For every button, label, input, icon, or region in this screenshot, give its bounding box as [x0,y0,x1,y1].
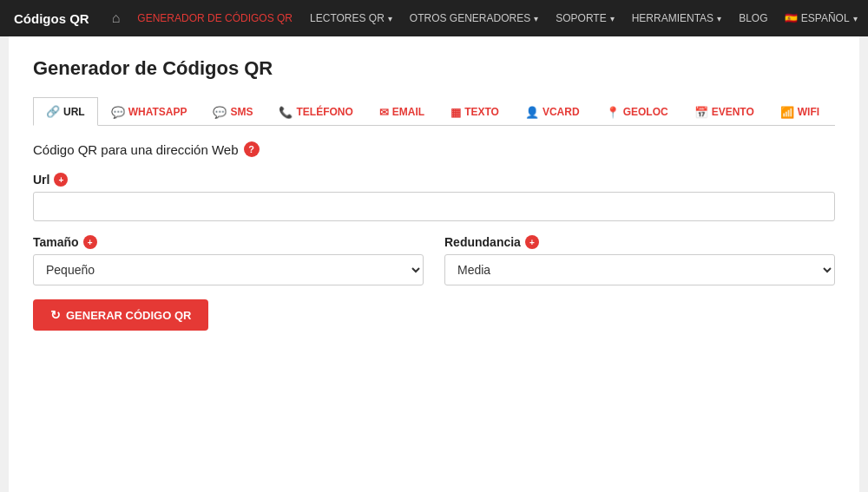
tab-email-label: EMAIL [392,106,424,118]
url-field-group: Url + [33,173,835,221]
generate-button-label: GENERAR CÓDIGO QR [66,309,191,322]
soporte-arrow-icon: ▾ [610,14,615,23]
email-tab-icon: ✉ [379,106,389,119]
tamano-label: Tamaño + [33,235,424,249]
url-label: Url + [33,173,835,187]
generate-button[interactable]: ↻ GENERAR CÓDIGO QR [33,299,208,331]
tab-geoloc-label: GEOLOC [623,106,668,118]
others-arrow-icon: ▾ [534,14,538,23]
texto-tab-icon: ▦ [450,106,461,119]
vcard-tab-icon: 👤 [525,106,539,119]
redundancia-label: Redundancia + [444,235,835,249]
redundancia-col: Redundancia + Baja Media Alta Extra Alta [444,235,835,285]
readers-arrow-icon: ▾ [388,14,392,23]
url-tab-icon: 🔗 [46,105,60,118]
tab-url[interactable]: 🔗 URL [33,97,98,126]
nav-item-soporte-label: SOPORTE [556,12,606,24]
redundancia-required-icon: + [525,235,539,249]
generate-icon: ↻ [50,308,61,322]
main-content: Generador de Códigos QR 🔗 URL 💬 WHATSAPP… [9,36,859,492]
tamano-select[interactable]: Pequeño Mediano Grande Extra Grande [33,254,424,285]
nav-item-generator-label: GENERADOR DE CÓDIGOS QR [137,12,293,24]
tab-email[interactable]: ✉ EMAIL [366,97,437,126]
nav-item-blog[interactable]: BLOG [730,0,776,36]
nav-item-blog-label: BLOG [739,12,767,24]
tab-geoloc[interactable]: 📍 GEOLOC [593,97,681,126]
nav-item-others[interactable]: OTROS GENERADORES ▾ [401,0,547,36]
telefono-tab-icon: 📞 [279,106,293,119]
tab-sms-label: SMS [230,106,253,118]
section-title-text: Código QR para una dirección Web [33,142,239,157]
tab-evento[interactable]: 📅 EVENTO [681,97,767,126]
tamano-col: Tamaño + Pequeño Mediano Grande Extra Gr… [33,235,424,285]
section-help-icon[interactable]: ? [244,141,260,157]
herramientas-arrow-icon: ▾ [717,14,721,23]
nav-flag-icon: 🇪🇸 ESPAÑOL [785,12,849,24]
tab-telefono-label: TELÉFONO [296,106,352,118]
nav-item-lang[interactable]: 🇪🇸 ESPAÑOL ▾ [776,0,865,36]
tabs-container: 🔗 URL 💬 WHATSAPP 💬 SMS 📞 TELÉFONO ✉ EMAI… [33,97,835,126]
tab-url-label: URL [63,106,85,118]
navbar: Códigos QR ⌂ GENERADOR DE CÓDIGOS QR LEC… [0,0,868,36]
nav-item-readers[interactable]: LECTORES QR ▾ [301,0,401,36]
nav-item-soporte[interactable]: SOPORTE ▾ [547,0,622,36]
section-title-container: Código QR para una dirección Web ? [33,141,835,157]
nav-item-generator[interactable]: GENERADOR DE CÓDIGOS QR [128,0,301,36]
tab-whatsapp-label: WHATSAPP [128,106,187,118]
tab-telefono[interactable]: 📞 TELÉFONO [266,97,365,126]
redundancia-label-text: Redundancia [444,235,521,249]
nav-item-herramientas[interactable]: HERRAMIENTAS ▾ [623,0,730,36]
site-brand: Códigos QR [14,11,89,26]
page-title: Generador de Códigos QR [33,57,835,80]
tab-texto[interactable]: ▦ TEXTO [437,97,512,126]
options-row: Tamaño + Pequeño Mediano Grande Extra Gr… [33,235,835,285]
redundancia-select[interactable]: Baja Media Alta Extra Alta [444,254,835,285]
url-label-text: Url [33,173,49,187]
sms-tab-icon: 💬 [213,106,227,119]
tamano-label-text: Tamaño [33,235,79,249]
lang-arrow-icon: ▾ [853,14,858,23]
url-input[interactable] [33,192,835,221]
geoloc-tab-icon: 📍 [606,106,620,119]
nav-item-readers-label: LECTORES QR [310,12,385,24]
wifi-tab-icon: 📶 [780,106,794,119]
nav-item-others-label: OTROS GENERADORES [410,12,530,24]
whatsapp-tab-icon: 💬 [111,106,125,119]
tab-texto-label: TEXTO [464,106,499,118]
tab-evento-label: EVENTO [712,106,754,118]
tab-vcard[interactable]: 👤 VCARD [512,97,593,126]
home-icon[interactable]: ⌂ [103,10,129,26]
tab-whatsapp[interactable]: 💬 WHATSAPP [98,97,201,126]
tamano-required-icon: + [83,235,97,249]
tab-wifi[interactable]: 📶 WIFI [767,97,832,126]
tab-vcard-label: VCARD [542,106,580,118]
tab-wifi-label: WIFI [798,106,819,118]
tab-sms[interactable]: 💬 SMS [200,97,266,126]
url-required-icon: + [54,173,68,187]
evento-tab-icon: 📅 [694,106,708,119]
nav-item-herramientas-label: HERRAMIENTAS [632,12,713,24]
